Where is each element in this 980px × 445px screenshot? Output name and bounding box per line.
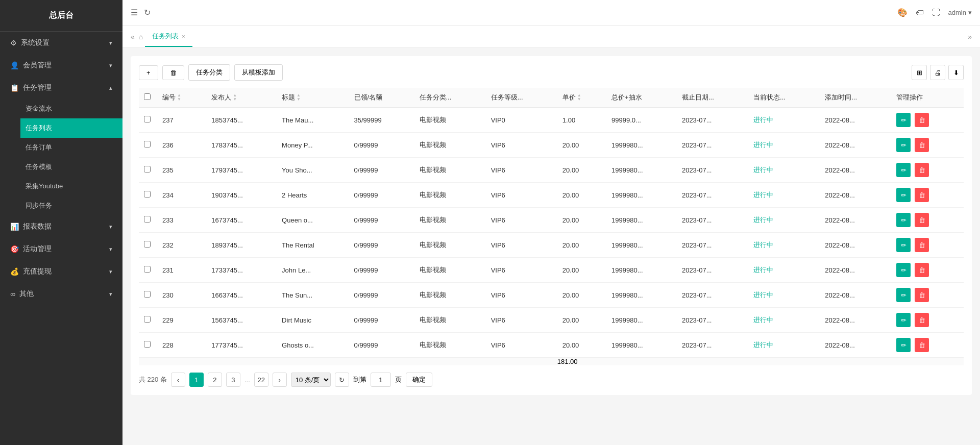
row-checkbox-cell[interactable]: [139, 208, 157, 233]
row-checkbox-cell[interactable]: [139, 158, 157, 183]
back-icon[interactable]: «: [131, 33, 135, 41]
sidebar-item-sync[interactable]: 同步任务: [20, 196, 122, 215]
row-checkbox-cell[interactable]: [139, 333, 157, 358]
refresh-button[interactable]: ↻: [335, 373, 349, 387]
edit-button[interactable]: ✏: [896, 213, 911, 227]
page-confirm-button[interactable]: 确定: [406, 373, 432, 387]
sidebar-item-activity[interactable]: 🎯 活动管理 ▾: [0, 238, 122, 260]
delete-row-button[interactable]: 🗑: [915, 263, 929, 277]
col-price[interactable]: 单价 ▲▼: [557, 88, 606, 108]
prev-page-button[interactable]: ‹: [171, 373, 185, 387]
row-checkbox-cell[interactable]: [139, 183, 157, 208]
delete-row-button[interactable]: 🗑: [915, 238, 929, 252]
row-quota: 0/99999: [349, 133, 414, 158]
chevron-down-icon: ▾: [109, 40, 112, 46]
row-checkbox[interactable]: [144, 241, 151, 248]
row-checkbox[interactable]: [144, 141, 151, 147]
page-3-button[interactable]: 3: [226, 373, 240, 387]
delete-row-button[interactable]: 🗑: [915, 288, 929, 302]
delete-row-button[interactable]: 🗑: [915, 188, 929, 202]
edit-button[interactable]: ✏: [896, 238, 911, 252]
sidebar-item-youtube[interactable]: 采集Youtube: [20, 177, 122, 196]
sidebar-item-report[interactable]: 📊 报表数据 ▾: [0, 215, 122, 238]
row-checkbox[interactable]: [144, 116, 151, 122]
sidebar-item-member[interactable]: 👤 会员管理 ▾: [0, 54, 122, 77]
col-title[interactable]: 标题 ▲▼: [277, 88, 349, 108]
tag-icon[interactable]: 🏷: [916, 8, 924, 17]
row-checkbox[interactable]: [144, 316, 151, 323]
palette-icon[interactable]: 🎨: [897, 8, 908, 17]
row-checkbox-cell[interactable]: [139, 258, 157, 283]
sidebar-item-taskorder[interactable]: 任务订单: [20, 138, 122, 157]
col-publisher[interactable]: 发布人 ▲▼: [206, 88, 277, 108]
delete-row-button[interactable]: 🗑: [915, 163, 929, 177]
classify-button[interactable]: 任务分类: [188, 64, 230, 81]
col-id[interactable]: 编号 ▲▼: [157, 88, 206, 108]
sidebar-item-tasktemplate[interactable]: 任务模板: [20, 157, 122, 177]
delete-row-button[interactable]: 🗑: [915, 213, 929, 227]
edit-button[interactable]: ✏: [896, 313, 911, 327]
edit-button[interactable]: ✏: [896, 338, 911, 352]
delete-row-button[interactable]: 🗑: [915, 313, 929, 327]
tabbar: « ⌂ 任务列表 × »: [122, 26, 980, 48]
sidebar-item-other[interactable]: ∞ 其他 ▾: [0, 283, 122, 305]
page-goto-input[interactable]: [371, 373, 391, 387]
row-checkbox-cell[interactable]: [139, 233, 157, 258]
export-button[interactable]: ⬇: [948, 65, 964, 80]
row-checkbox-cell[interactable]: [139, 308, 157, 333]
row-deadline: 2023-07...: [677, 333, 748, 358]
edit-button[interactable]: ✏: [896, 138, 911, 152]
tabbar-more[interactable]: »: [968, 33, 972, 41]
row-actions: ✏ 🗑: [891, 283, 964, 308]
edit-button[interactable]: ✏: [896, 288, 911, 302]
page-2-button[interactable]: 2: [208, 373, 222, 387]
refresh-icon[interactable]: ↻: [144, 8, 151, 17]
delete-row-button[interactable]: 🗑: [915, 138, 929, 152]
row-checkbox[interactable]: [144, 291, 151, 298]
sidebar-item-system[interactable]: ⚙ 系统设置 ▾: [0, 32, 122, 54]
row-checkbox[interactable]: [144, 216, 151, 222]
next-page-button[interactable]: ›: [273, 373, 287, 387]
menu-icon[interactable]: ☰: [131, 8, 138, 17]
row-checkbox[interactable]: [144, 191, 151, 197]
row-checkbox-cell[interactable]: [139, 108, 157, 133]
grid-icon: ⊞: [917, 69, 922, 77]
edit-button[interactable]: ✏: [896, 113, 911, 127]
chevron-down-icon: ▾: [109, 246, 112, 253]
edit-button[interactable]: ✏: [896, 188, 911, 202]
print-button[interactable]: 🖨: [930, 65, 945, 80]
recharge-icon: 💰: [10, 267, 19, 276]
row-price: 20.00: [557, 258, 606, 283]
row-checkbox[interactable]: [144, 266, 151, 273]
sidebar-item-recharge[interactable]: 💰 充值提现 ▾: [0, 260, 122, 283]
row-checkbox[interactable]: [144, 341, 151, 348]
last-page-button[interactable]: 22: [254, 373, 268, 387]
template-button[interactable]: 从模板添加: [234, 64, 283, 81]
row-actions: ✏ 🗑: [891, 258, 964, 283]
row-checkbox-cell[interactable]: [139, 133, 157, 158]
add-button[interactable]: +: [139, 65, 158, 80]
tab-tasklist[interactable]: 任务列表 ×: [145, 27, 192, 47]
grid-view-button[interactable]: ⊞: [912, 65, 927, 80]
select-all-cell[interactable]: [139, 88, 157, 108]
delete-row-button[interactable]: 🗑: [915, 113, 929, 127]
delete-row-button[interactable]: 🗑: [915, 338, 929, 352]
edit-button[interactable]: ✏: [896, 263, 911, 277]
select-all-checkbox[interactable]: [144, 93, 151, 100]
sidebar-item-task[interactable]: 📋 任务管理 ▴: [0, 77, 122, 99]
sidebar-item-capital[interactable]: 资金流水: [20, 99, 122, 118]
expand-icon[interactable]: ⛶: [932, 8, 940, 17]
tab-close-icon[interactable]: ×: [182, 33, 185, 39]
row-checkbox-cell[interactable]: [139, 283, 157, 308]
col-status: 当前状态...: [748, 88, 820, 108]
page-1-button[interactable]: 1: [189, 373, 204, 387]
per-page-select[interactable]: 10 条/页 20 条/页 50 条/页: [291, 373, 331, 387]
admin-menu[interactable]: admin ▾: [948, 9, 972, 16]
row-checkbox[interactable]: [144, 166, 151, 172]
delete-button[interactable]: 🗑: [162, 65, 184, 80]
table-row: 230 1663745... The Sun... 0/99999 电影视频 V…: [139, 283, 964, 308]
edit-button[interactable]: ✏: [896, 163, 911, 177]
row-deadline: 2023-07...: [677, 183, 748, 208]
sidebar-item-tasklist[interactable]: 任务列表: [20, 118, 122, 138]
home-icon[interactable]: ⌂: [139, 33, 143, 41]
